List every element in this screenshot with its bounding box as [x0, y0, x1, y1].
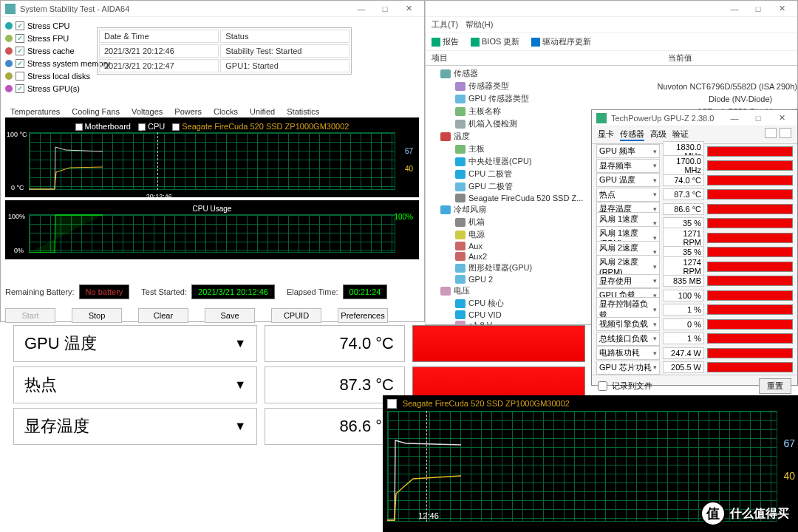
- sensor-bar: [707, 262, 793, 272]
- sensor-value: 100 %: [663, 290, 704, 301]
- minimize-button[interactable]: —: [350, 1, 372, 16]
- sensor-row: GPU 温度74.0 °C: [592, 173, 797, 188]
- hw-toolbar: 报告BIOS 更新驱动程序更新: [426, 33, 797, 51]
- log-row: 2021/3/21 20:12:46Stability Test: Starte…: [99, 44, 349, 58]
- zoom-value: 74.0 °C: [265, 325, 405, 362]
- preferences-button[interactable]: Preferences: [338, 308, 388, 323]
- start-button[interactable]: Start: [5, 308, 55, 323]
- legend-mb[interactable]: Motherboard: [75, 122, 131, 131]
- sensor-label[interactable]: 热点: [596, 188, 660, 202]
- sensor-row: 显存控制器负载1 %: [592, 303, 797, 318]
- sensor-row: 风扇 2速度 (RPM)1274 RPM: [592, 259, 797, 274]
- sensor-label[interactable]: 视频引擎负载: [596, 317, 660, 331]
- sensor-label[interactable]: 总线接口负载: [596, 332, 660, 346]
- sensor-bar: [707, 348, 793, 358]
- col-value: 当前值: [668, 52, 692, 64]
- x-time: 20:12:46: [146, 193, 172, 200]
- graph-checkbox[interactable]: [387, 399, 397, 409]
- sensor-bar: [707, 290, 793, 301]
- stress-checkbox[interactable]: ✓Stress FPU: [5, 33, 110, 44]
- stress-checkbox[interactable]: Stress local disks: [5, 70, 110, 82]
- temperature-graph: Motherboard ✓CPU Seagate FireCuda 520 SS…: [5, 117, 419, 197]
- aida-titlebar[interactable]: System Stability Test - AIDA64 — □ ✕: [1, 1, 424, 17]
- y-top: 100 °C: [7, 131, 27, 138]
- menu-item[interactable]: 工具(T): [432, 19, 458, 30]
- legend-cpu[interactable]: ✓CPU: [138, 122, 165, 131]
- gpuz-tab[interactable]: 高级: [650, 129, 666, 141]
- battery-label: Remaining Battery:: [5, 287, 75, 296]
- sensor-label[interactable]: GPU 温度: [596, 173, 660, 187]
- watermark-text: 什么值得买: [730, 506, 789, 522]
- menu-item[interactable]: 帮助(H): [466, 19, 493, 30]
- toolbar-item[interactable]: 驱动程序更新: [531, 36, 591, 47]
- sensor-bar: [707, 319, 793, 330]
- tree-row[interactable]: GPU 传感器类型Diode (NV-Diode): [426, 92, 797, 105]
- gpuz-titlebar[interactable]: TechPowerUp GPU-Z 2.38.0 — □ ✕: [592, 110, 797, 126]
- sensor-value: 1700.0 MHz: [663, 155, 704, 176]
- menu-icon[interactable]: [780, 128, 791, 138]
- sensor-label[interactable]: 电路板功耗: [596, 346, 660, 360]
- watermark: 值 什么值得买: [700, 501, 789, 526]
- sensor-label[interactable]: GPU 频率: [596, 144, 660, 158]
- sensor-bar: [707, 333, 793, 344]
- minimize-button[interactable]: —: [723, 1, 746, 16]
- tree-row[interactable]: 传感器: [426, 67, 797, 80]
- stress-checkbox[interactable]: ✓Stress system memory: [5, 58, 110, 69]
- sensor-row: 显存使用835 MB: [592, 274, 797, 289]
- x-time: 12:46: [418, 511, 439, 520]
- sensor-label[interactable]: 显存使用: [596, 274, 660, 288]
- aida-icon: [5, 4, 16, 14]
- gpuz-tab[interactable]: 显卡: [598, 129, 614, 141]
- stress-checkbox[interactable]: ✓Stress GPU(s): [5, 83, 110, 95]
- legend-ssd[interactable]: Seagate FireCuda 520 SSD ZP1000GM30002: [172, 122, 349, 131]
- sensor-label[interactable]: 显存频率: [596, 159, 660, 173]
- stress-checkbox[interactable]: ✓Stress cache: [5, 45, 110, 57]
- minimize-button[interactable]: —: [723, 111, 746, 126]
- button-row: Start Stop Clear Save CPUID Preferences …: [5, 308, 477, 323]
- sensor-value: 247.4 W: [663, 347, 704, 359]
- zoom-label[interactable]: 显存温度: [13, 408, 257, 445]
- close-button[interactable]: ✕: [398, 1, 420, 16]
- screenshot-icon[interactable]: [765, 128, 777, 138]
- clear-button[interactable]: Clear: [138, 308, 188, 323]
- sensor-bar: [707, 247, 793, 257]
- watermark-icon: 值: [700, 501, 726, 526]
- hw-titlebar[interactable]: — □ ✕: [426, 1, 797, 17]
- sensor-value: 74.0 °C: [663, 174, 704, 186]
- maximize-button[interactable]: □: [747, 111, 769, 126]
- cpuid-button[interactable]: CPUID: [271, 308, 321, 323]
- r2: 40: [783, 470, 795, 482]
- r-ssd: 40: [405, 165, 413, 173]
- sensor-bar: [707, 276, 793, 286]
- stop-button[interactable]: Stop: [72, 308, 122, 323]
- col-status: Status: [220, 30, 349, 43]
- stress-checkbox[interactable]: ✓Stress CPU: [5, 20, 110, 32]
- tree-row[interactable]: 传感器类型Nuvoton NCT6796D/5582D (ISA 290h): [426, 80, 797, 92]
- sensor-bar: [707, 189, 793, 200]
- sensor-value: 1271 RPM: [663, 228, 704, 248]
- toolbar-item[interactable]: BIOS 更新: [471, 36, 519, 47]
- sensor-value: 1 %: [663, 304, 704, 316]
- zoom-label[interactable]: GPU 温度: [13, 325, 257, 362]
- elapsed-value: 00:21:24: [343, 284, 388, 299]
- aida-title: System Stability Test - AIDA64: [20, 4, 350, 13]
- y-bot: 0 °C: [11, 184, 24, 191]
- log-checkbox[interactable]: [598, 381, 607, 391]
- maximize-button[interactable]: □: [747, 1, 769, 16]
- save-button[interactable]: Save: [205, 308, 255, 323]
- gpuz-tab[interactable]: 传感器: [620, 129, 644, 141]
- col-item: 项目: [432, 52, 668, 64]
- zoom-label[interactable]: 热点: [13, 366, 257, 403]
- close-button[interactable]: ✕: [771, 1, 793, 16]
- gpuz-tab[interactable]: 验证: [672, 129, 689, 141]
- sensor-value: 1274 RPM: [663, 256, 704, 277]
- col-datetime: Date & Time: [99, 30, 219, 43]
- reset-button[interactable]: 重置: [759, 378, 791, 394]
- sensor-label[interactable]: GPU 芯片功耗: [596, 361, 660, 375]
- graph-title: Seagate FireCuda 520 SSD ZP1000GM30002: [403, 399, 570, 408]
- log-label: 记录到文件: [612, 381, 652, 392]
- toolbar-item[interactable]: 报告: [432, 36, 459, 47]
- close-button[interactable]: ✕: [771, 111, 793, 126]
- gpuz-title: TechPowerUp GPU-Z 2.38.0: [611, 114, 723, 123]
- maximize-button[interactable]: □: [374, 1, 396, 16]
